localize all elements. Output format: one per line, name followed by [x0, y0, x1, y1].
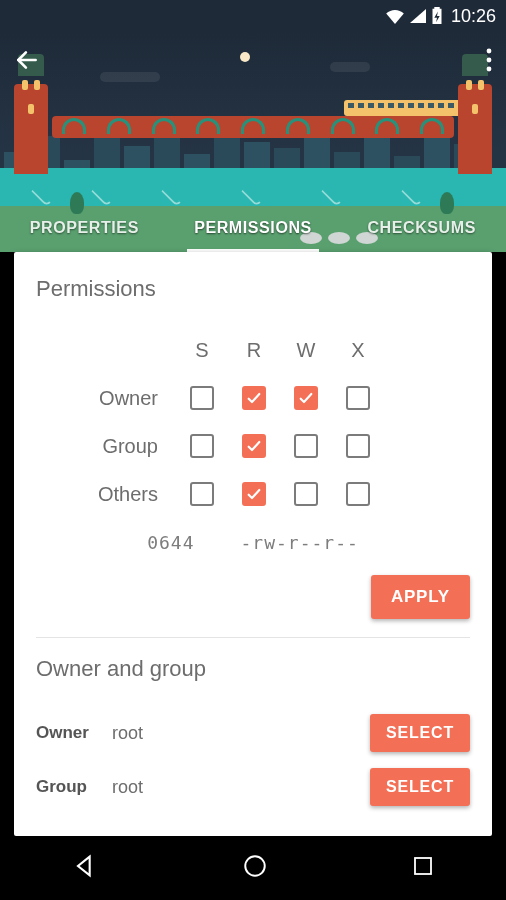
select-owner-button[interactable]: SELECT [370, 714, 470, 752]
row-label: Owner [56, 387, 176, 410]
bridge-decoration [12, 84, 494, 174]
row-label: Others [56, 483, 176, 506]
battery-charging-icon [431, 7, 443, 25]
tab-checksums[interactable]: CHECKSUMS [337, 204, 506, 252]
checkbox-owner-x[interactable] [346, 386, 370, 410]
group-label: Group [36, 777, 112, 797]
select-group-button[interactable]: SELECT [370, 768, 470, 806]
col-header-r: R [228, 339, 280, 362]
perm-row-others: Others [56, 470, 490, 518]
col-header-x: X [332, 339, 384, 362]
checkbox-others-s[interactable] [190, 482, 214, 506]
perm-row-owner: Owner [56, 374, 490, 422]
checkbox-others-w[interactable] [294, 482, 318, 506]
owner-value: root [112, 723, 370, 744]
checkbox-owner-w[interactable] [294, 386, 318, 410]
header-hero: PROPERTIES PERMISSIONS CHECKSUMS [0, 32, 506, 252]
permissions-octal: 0644 [147, 532, 194, 553]
nav-back-icon[interactable] [71, 852, 99, 884]
checkbox-owner-s[interactable] [190, 386, 214, 410]
checkbox-group-x[interactable] [346, 434, 370, 458]
signal-icon [409, 8, 427, 24]
system-nav-bar [0, 836, 506, 900]
svg-rect-4 [415, 858, 431, 874]
checkbox-group-w[interactable] [294, 434, 318, 458]
owner-row: Owner root SELECT [36, 706, 470, 760]
tab-bar: PROPERTIES PERMISSIONS CHECKSUMS [0, 204, 506, 252]
train-decoration [344, 100, 464, 116]
nav-recent-icon[interactable] [411, 854, 435, 882]
more-options-icon[interactable] [486, 48, 492, 76]
checkbox-others-x[interactable] [346, 482, 370, 506]
nav-home-icon[interactable] [242, 853, 268, 883]
col-header-s: S [176, 339, 228, 362]
svg-point-3 [245, 856, 265, 876]
content-card: Permissions S R W X Owner Group Others [14, 252, 492, 836]
checkbox-owner-r[interactable] [242, 386, 266, 410]
permissions-symbolic: -rw-r--r-- [240, 532, 358, 553]
checkbox-others-r[interactable] [242, 482, 266, 506]
divider [36, 637, 470, 638]
permissions-section-title: Permissions [36, 276, 470, 302]
row-label: Group [56, 435, 176, 458]
permissions-table: S R W X Owner Group Others [56, 326, 490, 518]
svg-point-2 [487, 67, 492, 72]
owner-group-section-title: Owner and group [36, 656, 470, 682]
checkbox-group-s[interactable] [190, 434, 214, 458]
status-bar: 10:26 [0, 0, 506, 32]
status-time: 10:26 [451, 6, 496, 27]
perm-row-group: Group [56, 422, 490, 470]
tab-properties[interactable]: PROPERTIES [0, 204, 169, 252]
group-value: root [112, 777, 370, 798]
checkbox-group-r[interactable] [242, 434, 266, 458]
svg-point-0 [487, 49, 492, 54]
group-row: Group root SELECT [36, 760, 470, 814]
back-icon[interactable] [14, 47, 40, 77]
wifi-icon [385, 8, 405, 24]
apply-button[interactable]: APPLY [371, 575, 470, 619]
col-header-w: W [280, 339, 332, 362]
owner-label: Owner [36, 723, 112, 743]
svg-point-1 [487, 58, 492, 63]
tab-permissions[interactable]: PERMISSIONS [169, 204, 338, 252]
